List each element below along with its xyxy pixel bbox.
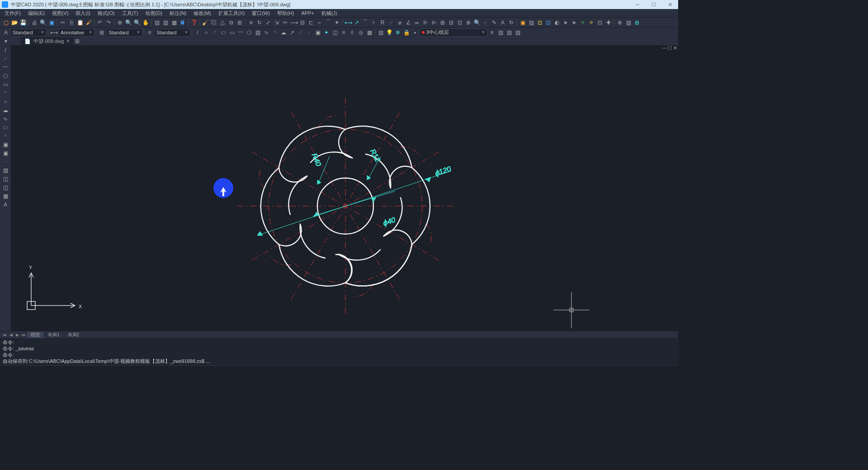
d-revcloud-icon[interactable]: ☁ bbox=[279, 28, 288, 37]
layer-freeze-icon[interactable]: ❄ bbox=[394, 28, 402, 37]
chamfer-icon[interactable]: ⌐ bbox=[316, 19, 324, 27]
join-icon[interactable]: ⊏ bbox=[307, 19, 315, 27]
open-icon[interactable]: 📂 bbox=[10, 19, 19, 27]
jogged-linear-icon[interactable]: ⟋ bbox=[481, 19, 490, 27]
drawing-canvas[interactable]: ─ ☐ ✕ Y X bbox=[11, 45, 678, 331]
tab-layout2[interactable]: 布局2 bbox=[64, 332, 83, 338]
dim-edit-icon[interactable]: ✎ bbox=[490, 19, 498, 27]
gradient-icon[interactable]: ◫ bbox=[1, 175, 10, 183]
menu-file[interactable]: 文件(F) bbox=[2, 10, 24, 17]
circle-icon[interactable]: ○ bbox=[1, 98, 10, 106]
d-table-icon[interactable]: ▦ bbox=[365, 28, 373, 37]
d-spline-icon[interactable]: ∿ bbox=[262, 28, 270, 37]
mech-9-icon[interactable]: ✧ bbox=[587, 19, 595, 27]
menu-format[interactable]: 格式(O) bbox=[95, 10, 118, 17]
dim-aligned-icon[interactable]: ↗ bbox=[353, 19, 361, 27]
layer-iso-icon[interactable]: ▤ bbox=[505, 28, 513, 37]
center-mark-icon[interactable]: ⊕ bbox=[464, 19, 472, 27]
fillet-icon[interactable]: ⌒ bbox=[324, 19, 332, 27]
layer-prev-icon[interactable]: ≡ bbox=[488, 28, 496, 37]
properties-icon[interactable]: ▤ bbox=[153, 19, 161, 27]
command-input[interactable] bbox=[16, 366, 675, 367]
dim-style-combo[interactable]: Annotative ▼ bbox=[58, 28, 94, 37]
dim-update-icon[interactable]: ↻ bbox=[507, 19, 515, 27]
mech-grid-icon[interactable]: ⊞ bbox=[633, 19, 641, 27]
preview-icon[interactable]: 🔍 bbox=[39, 19, 47, 27]
make-block-icon[interactable]: ▣ bbox=[1, 149, 10, 157]
dim-jog-icon[interactable]: ⟋ bbox=[387, 19, 395, 27]
dim-radius-icon[interactable]: R bbox=[378, 19, 387, 27]
d-region-icon[interactable]: ◫ bbox=[331, 28, 339, 37]
dim-space-icon[interactable]: ⊞ bbox=[439, 19, 447, 27]
dim-baseline-icon[interactable]: ⊪ bbox=[421, 19, 429, 27]
menu-tools[interactable]: 工具(T) bbox=[119, 10, 141, 17]
d-xline-icon[interactable]: ⟋ bbox=[297, 28, 305, 37]
dimstyle-icon[interactable]: ⟷ bbox=[50, 28, 58, 37]
mech-10-icon[interactable]: ⊡ bbox=[596, 19, 604, 27]
d-point-icon[interactable]: · bbox=[305, 28, 313, 37]
help-icon[interactable]: ❓ bbox=[190, 19, 198, 27]
scale-icon[interactable]: ⤢ bbox=[264, 19, 272, 27]
rotate-icon[interactable]: ↻ bbox=[255, 19, 264, 27]
tolerance-icon[interactable]: ⊡ bbox=[456, 19, 464, 27]
extend-icon[interactable]: ⟶ bbox=[290, 19, 298, 27]
table-icon[interactable]: ▦ bbox=[1, 192, 10, 200]
point-icon[interactable]: · bbox=[1, 158, 10, 166]
designcenter-icon[interactable]: ▥ bbox=[161, 19, 170, 27]
dim-linear-icon[interactable]: ⟷ bbox=[344, 19, 352, 27]
text-style-combo[interactable]: Standard ▼ bbox=[10, 28, 47, 37]
cut-icon[interactable]: ✂ bbox=[59, 19, 67, 27]
layer-color-icon[interactable]: ▪ bbox=[411, 28, 419, 37]
menu-mech[interactable]: 机械(J) bbox=[319, 10, 340, 17]
layer-combo[interactable]: ■ 3中心线层 ▼ bbox=[420, 28, 487, 37]
mech-7-icon[interactable]: ➤ bbox=[570, 19, 578, 27]
document-tab[interactable]: 📄 中望-009.dwg × bbox=[21, 37, 73, 45]
copy-icon[interactable]: ⎘ bbox=[67, 19, 75, 27]
d-rect-icon[interactable]: ▭ bbox=[228, 28, 236, 37]
mech-3-icon[interactable]: ⊡ bbox=[536, 19, 544, 27]
mech-2-icon[interactable]: ▤ bbox=[527, 19, 535, 27]
mech-1-icon[interactable]: ▣ bbox=[519, 19, 527, 27]
region-icon[interactable]: ◫ bbox=[1, 183, 10, 192]
mirror-icon[interactable]: ⧋ bbox=[218, 19, 226, 27]
break-icon[interactable]: ⊟ bbox=[298, 19, 307, 27]
dim-quick-icon[interactable]: ⫘ bbox=[413, 19, 421, 27]
menu-draw[interactable]: 绘图(D) bbox=[143, 10, 165, 17]
redo-icon[interactable]: ↷ bbox=[104, 19, 113, 27]
line-icon[interactable]: / bbox=[1, 46, 10, 54]
array-icon[interactable]: ⊞ bbox=[236, 19, 244, 27]
erase-icon[interactable]: 🧹 bbox=[201, 19, 209, 27]
layer-lock-icon[interactable]: 🔒 bbox=[402, 28, 410, 37]
layer-manager-icon[interactable]: ▤ bbox=[377, 28, 385, 37]
close-button[interactable]: ✕ bbox=[664, 2, 676, 8]
xline-icon[interactable]: ⟋ bbox=[1, 55, 10, 63]
mech-11-icon[interactable]: ✚ bbox=[604, 19, 613, 27]
d-hatch-icon[interactable]: ▨ bbox=[254, 28, 262, 37]
print-icon[interactable]: 🖨 bbox=[30, 19, 38, 27]
mdi-minimize[interactable]: ─ bbox=[663, 45, 666, 51]
d-arc-icon[interactable]: ◜ bbox=[211, 28, 219, 37]
toolpalettes-icon[interactable]: ▦ bbox=[170, 19, 178, 27]
menu-window[interactable]: 窗口(W) bbox=[249, 10, 273, 17]
move-icon[interactable]: ⤨ bbox=[247, 19, 255, 27]
save-icon[interactable]: 💾 bbox=[19, 19, 27, 27]
dim-arc-icon[interactable]: ⌒ bbox=[361, 19, 369, 27]
tab-model[interactable]: 模型 bbox=[27, 332, 43, 338]
layer-on-icon[interactable]: 💡 bbox=[385, 28, 393, 37]
calculator-icon[interactable]: 🖩 bbox=[179, 19, 187, 27]
mech-4-icon[interactable]: ⊡ bbox=[544, 19, 552, 27]
tab-last-icon[interactable]: ⏭ bbox=[21, 333, 26, 337]
menu-view[interactable]: 视图(V) bbox=[49, 10, 71, 17]
paste-icon[interactable]: 📋 bbox=[76, 19, 84, 27]
tab-close-icon[interactable]: × bbox=[66, 38, 70, 44]
tablestyle-icon[interactable]: ⊞ bbox=[98, 28, 106, 37]
d-mline-icon[interactable]: ≡ bbox=[340, 28, 348, 37]
mlstyle-icon[interactable]: ≡ bbox=[146, 28, 154, 37]
polygon-icon[interactable]: ⬠ bbox=[1, 72, 10, 80]
undo-icon[interactable]: ↶ bbox=[96, 19, 104, 27]
dim-tedit-icon[interactable]: A bbox=[499, 19, 507, 27]
d-ellarc-icon[interactable]: ◝ bbox=[271, 28, 279, 37]
tabs-menu-icon[interactable]: ▾ bbox=[2, 37, 10, 45]
menu-insert[interactable]: 插入(I) bbox=[73, 10, 93, 17]
spline-icon[interactable]: ∿ bbox=[1, 115, 10, 123]
